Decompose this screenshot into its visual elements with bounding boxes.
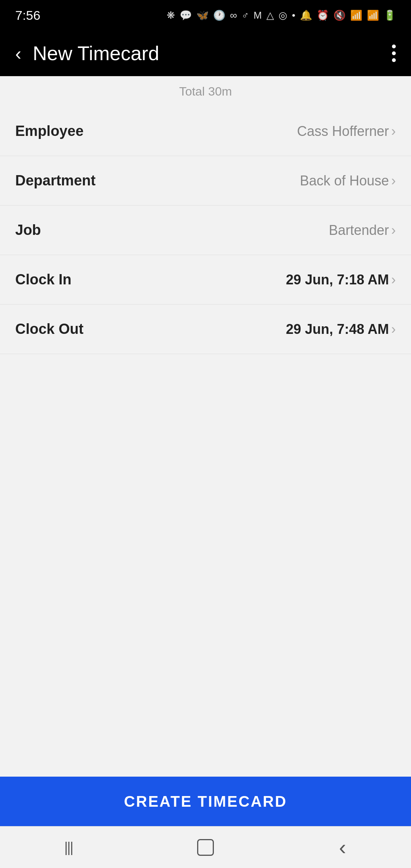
- employee-value: Cass Hofferner: [297, 123, 389, 139]
- nav-bar: [0, 826, 411, 868]
- department-row[interactable]: Department Back of House ›: [0, 156, 411, 206]
- status-icon-battery: 🔋: [384, 10, 396, 21]
- status-icon-bell: 🔔: [300, 10, 312, 21]
- nav-back-button[interactable]: [274, 827, 411, 868]
- total-label: Total 30m: [179, 85, 232, 99]
- back-icon: ‹: [15, 43, 21, 64]
- status-time: 7:56: [15, 8, 40, 23]
- status-icon-drive: △: [266, 10, 274, 21]
- clock-out-chevron-icon: ›: [391, 321, 396, 337]
- nav-back-icon: [339, 837, 346, 858]
- status-icon-instagram: ◎: [279, 10, 287, 21]
- status-icon-mute: 🔇: [333, 10, 346, 21]
- employee-row[interactable]: Employee Cass Hofferner ›: [0, 107, 411, 156]
- create-timecard-label: CREATE TIMECARD: [124, 793, 287, 810]
- status-icon-gmail: M: [253, 10, 262, 21]
- status-icon-alarm: ⏰: [317, 10, 329, 21]
- page-title: New Timecard: [33, 42, 392, 65]
- more-options-button[interactable]: [392, 45, 396, 62]
- recent-apps-icon: [64, 839, 73, 855]
- status-icon-wifi: 📶: [350, 10, 362, 21]
- department-label: Department: [15, 172, 300, 189]
- status-icon-voicemail: ∞: [230, 10, 237, 21]
- employee-label: Employee: [15, 123, 297, 139]
- home-icon: [197, 839, 214, 856]
- job-chevron-icon: ›: [391, 222, 396, 238]
- clock-in-value: 29 Jun, 7:18 AM: [286, 272, 389, 288]
- clock-in-label: Clock In: [15, 271, 286, 288]
- clock-in-row[interactable]: Clock In 29 Jun, 7:18 AM ›: [0, 255, 411, 305]
- app-bar: ‹ New Timecard: [0, 30, 411, 76]
- nav-recent-apps-button[interactable]: [0, 827, 137, 868]
- status-bar: 7:56 ❋ 💬 🦋 🕐 ∞ ♂ M △ ◎ • 🔔 ⏰ 🔇 📶 📶 🔋: [0, 0, 411, 30]
- status-icon-signal: ❋: [167, 10, 175, 21]
- department-chevron-icon: ›: [391, 173, 396, 189]
- back-button[interactable]: ‹: [15, 43, 21, 64]
- nav-home-button[interactable]: [137, 827, 274, 868]
- employee-chevron-icon: ›: [391, 123, 396, 139]
- status-icon-signal-bars: 📶: [367, 10, 379, 21]
- clock-out-row[interactable]: Clock Out 29 Jun, 7:48 AM ›: [0, 305, 411, 354]
- status-icon-dot: •: [292, 10, 295, 21]
- status-icon-app1: 🦋: [196, 10, 209, 21]
- clock-in-chevron-icon: ›: [391, 272, 396, 288]
- job-row[interactable]: Job Bartender ›: [0, 206, 411, 255]
- department-value: Back of House: [300, 173, 389, 189]
- more-dot-3: [392, 58, 396, 62]
- status-icon-clock: 🕐: [213, 10, 225, 21]
- status-icons: ❋ 💬 🦋 🕐 ∞ ♂ M △ ◎ • 🔔 ⏰ 🔇 📶 📶 🔋: [167, 10, 396, 21]
- status-icon-user: ♂: [242, 10, 249, 21]
- job-value: Bartender: [329, 222, 389, 238]
- clock-out-label: Clock Out: [15, 321, 286, 337]
- more-dot-1: [392, 45, 396, 48]
- clock-out-value: 29 Jun, 7:48 AM: [286, 321, 389, 337]
- form-spacer: [0, 354, 411, 777]
- total-row: Total 30m: [0, 76, 411, 107]
- status-icon-msg: 💬: [180, 10, 192, 21]
- form-section: Employee Cass Hofferner › Department Bac…: [0, 107, 411, 777]
- create-timecard-button[interactable]: CREATE TIMECARD: [0, 777, 411, 826]
- job-label: Job: [15, 222, 329, 238]
- more-dot-2: [392, 51, 396, 55]
